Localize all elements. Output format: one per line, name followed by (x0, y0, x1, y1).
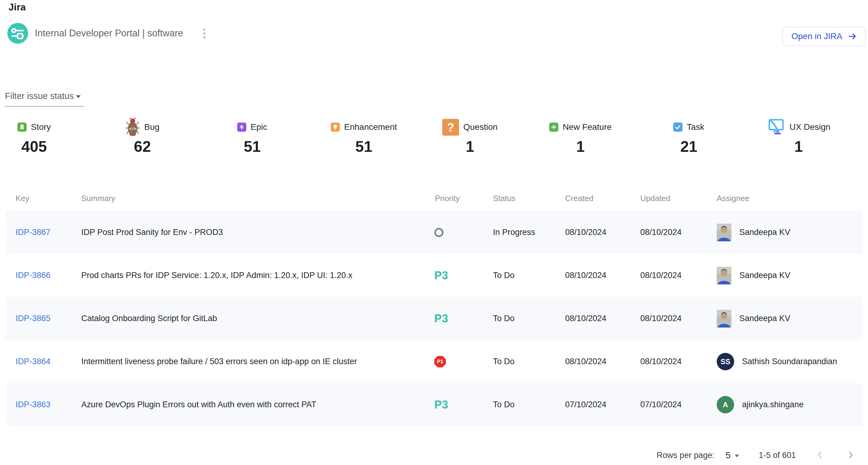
issue-type-counter: </> Bug 62 (125, 118, 159, 154)
assignee-cell: Sandeepa KV (717, 267, 863, 285)
assignee-photo-avatar (717, 267, 732, 285)
issue-summary: IDP Post Prod Sanity for Env - PROD3 (81, 228, 432, 237)
issue-key-link[interactable]: IDP-3863 (16, 400, 51, 409)
next-page-button[interactable] (844, 449, 857, 462)
table-row: IDP-3867 IDP Post Prod Sanity for Env - … (5, 211, 863, 254)
issue-type-counter: New Feature 1 (549, 118, 612, 154)
issue-type-count: 1 (576, 139, 585, 154)
issue-status: To Do (493, 400, 565, 409)
entity-name: Internal Developer Portal | software (35, 28, 183, 39)
issue-type-label: UX Design (789, 122, 830, 132)
issue-type-label: Story (31, 122, 51, 132)
issue-type-counter: Enhancement 51 (331, 118, 397, 154)
story-icon (18, 123, 27, 132)
column-header-created: Created (565, 194, 640, 203)
priority-cell: P3 (432, 312, 493, 325)
assignee-name: Sandeepa KV (739, 228, 790, 237)
issue-type-label: New Feature (563, 122, 612, 132)
bug-icon: </> (125, 118, 140, 137)
svg-text:?: ? (447, 121, 455, 134)
priority-p3-icon: P3 (434, 269, 448, 282)
column-header-summary: Summary (81, 194, 432, 203)
chevron-right-icon (845, 450, 856, 461)
assignee-photo-avatar (717, 310, 732, 328)
issue-status: To Do (493, 271, 565, 280)
svg-text:</>: </> (129, 127, 136, 131)
priority-p3-icon: P3 (434, 312, 448, 325)
issue-type-label: Enhancement (344, 122, 397, 132)
issue-key-link[interactable]: IDP-3864 (16, 357, 51, 366)
issue-summary: Azure DevOps Plugin Errors out with Auth… (81, 400, 432, 409)
filter-issue-status-select[interactable]: Filter issue status (5, 91, 84, 107)
previous-page-button[interactable] (814, 449, 827, 462)
assignee-photo-avatar (717, 224, 732, 241)
issue-created-date: 08/10/2024 (565, 357, 640, 366)
open-in-jira-label: Open in JIRA (791, 31, 842, 41)
issue-type-count: 1 (466, 139, 474, 154)
issue-updated-date: 08/10/2024 (640, 357, 717, 366)
issue-type-count: 21 (680, 139, 698, 154)
entity-header: Internal Developer Portal | software (7, 22, 209, 44)
assignee-initials-avatar: A (717, 396, 734, 413)
priority-cell (432, 228, 493, 237)
rows-per-page-value: 5 (725, 450, 731, 460)
column-header-assignee: Assignee (717, 194, 863, 203)
issue-type-label: Bug (144, 122, 159, 132)
issue-type-counter: UX Design 1 (767, 118, 830, 154)
issue-counters: Story 405 </> Bug 62 Epic 51 Enhancement… (0, 118, 868, 167)
table-row: IDP-3866 Prod charts PRs for IDP Service… (5, 254, 863, 297)
issue-type-label: Question (463, 122, 498, 132)
issue-created-date: 08/10/2024 (565, 271, 640, 280)
issue-status: To Do (493, 314, 565, 323)
column-header-priority: Priority (432, 194, 493, 203)
kebab-menu-icon[interactable] (200, 25, 209, 41)
issue-created-date: 07/10/2024 (565, 400, 640, 409)
assignee-cell: Sandeepa KV (717, 310, 863, 328)
table-body: IDP-3867 IDP Post Prod Sanity for Env - … (5, 211, 863, 426)
issue-updated-date: 08/10/2024 (640, 314, 717, 323)
issue-type-counter: Epic 51 (237, 118, 267, 154)
issue-updated-date: 08/10/2024 (640, 228, 717, 237)
assignee-name: ajinkya.shingane (742, 400, 804, 409)
assignee-initials-avatar: SS (717, 353, 734, 370)
priority-cell: P3 (432, 269, 493, 282)
issue-type-count: 1 (794, 139, 803, 154)
filter-issue-status-label: Filter issue status (5, 91, 74, 101)
enhancement-icon (331, 123, 340, 132)
rows-per-page-select[interactable]: 5 (725, 450, 739, 460)
arrow-right-icon (848, 32, 857, 41)
caret-down-icon (76, 95, 81, 98)
pagination-range: 1-5 of 601 (758, 451, 796, 460)
assignee-name: Sathish Soundarapandian (742, 357, 837, 366)
table-row: IDP-3865 Catalog Onboarding Script for G… (5, 297, 863, 340)
assignee-name: Sandeepa KV (739, 271, 790, 280)
column-header-key: Key (5, 194, 81, 203)
issue-status: In Progress (493, 228, 565, 237)
priority-p1-icon: P1 (434, 356, 446, 368)
issue-type-counter: Story 405 (18, 118, 51, 154)
issue-key-link[interactable]: IDP-3867 (16, 228, 51, 237)
issue-summary: Prod charts PRs for IDP Service: 1.20.x,… (81, 271, 432, 280)
issue-key-link[interactable]: IDP-3865 (16, 314, 51, 323)
pagination: Rows per page: 5 1-5 of 601 (657, 447, 857, 464)
column-header-updated: Updated (640, 194, 717, 203)
issue-created-date: 08/10/2024 (565, 314, 640, 323)
issue-type-label: Task (687, 122, 705, 132)
table-row: IDP-3864 Intermittent liveness probe fai… (5, 340, 863, 383)
issue-type-label: Epic (251, 122, 267, 132)
open-in-jira-button[interactable]: Open in JIRA (782, 27, 866, 46)
assignee-cell: Sandeepa KV (717, 224, 863, 241)
question-icon: ? (442, 119, 459, 136)
issue-type-count: 51 (355, 139, 373, 154)
priority-p3-icon: P3 (434, 398, 448, 411)
table-row: IDP-3863 Azure DevOps Plugin Errors out … (5, 383, 863, 426)
epic-icon (237, 123, 246, 132)
issue-summary: Catalog Onboarding Script for GitLab (81, 314, 432, 323)
issue-updated-date: 08/10/2024 (640, 271, 717, 280)
issue-key-link[interactable]: IDP-3866 (16, 271, 51, 280)
issue-summary: Intermittent liveness probe failure / 50… (81, 357, 432, 366)
issues-table: KeySummaryPriorityStatusCreatedUpdatedAs… (5, 186, 863, 426)
priority-cell: P1 (432, 356, 493, 368)
new-feature-icon (549, 123, 558, 132)
table-header-row: KeySummaryPriorityStatusCreatedUpdatedAs… (5, 186, 863, 211)
